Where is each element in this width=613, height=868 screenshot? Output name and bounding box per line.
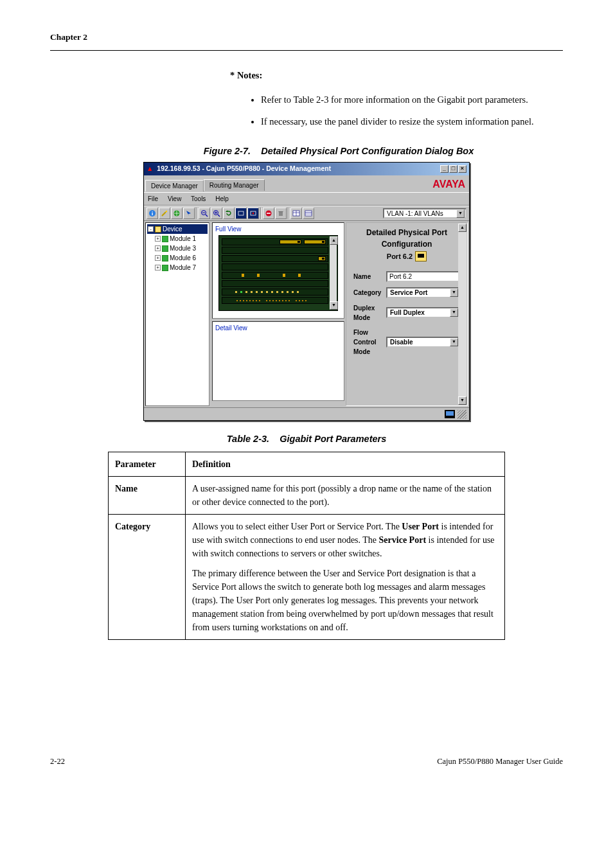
- module-icon: [162, 265, 168, 271]
- module-icon: [162, 236, 168, 242]
- close-button[interactable]: ×: [458, 165, 466, 173]
- window-title: ▲ 192.168.99.53 - Cajun P550/P880 - Devi…: [147, 164, 331, 174]
- menu-file[interactable]: File: [148, 195, 158, 202]
- toolbar-table2-icon[interactable]: [303, 208, 314, 219]
- minimize-button[interactable]: _: [440, 165, 449, 173]
- vlan-selector[interactable]: VLAN -1: All VLANs ▼: [383, 208, 466, 218]
- toolbar-zoom-in-icon[interactable]: [211, 208, 222, 219]
- status-monitor-icon: [445, 410, 455, 418]
- table-row: Category Allows you to select either Use…: [109, 514, 505, 639]
- figure-number: Figure 2-7.: [204, 146, 251, 156]
- toolbar-zoom-out-icon[interactable]: [199, 208, 210, 219]
- flow-select[interactable]: Disable▼: [386, 337, 460, 348]
- scroll-down-icon[interactable]: ▼: [458, 396, 466, 405]
- svg-rect-11: [238, 211, 244, 215]
- port-config-panel: ▲ ▼ Detailed Physical Port Configuration…: [346, 222, 468, 406]
- category-select[interactable]: Service Port▼: [386, 287, 460, 298]
- device-tree[interactable]: -Device +Module 1 +Module 3 +Module 6 +M…: [145, 222, 209, 406]
- expand-icon[interactable]: +: [155, 255, 161, 261]
- panel-scrollbar[interactable]: ▲ ▼: [458, 224, 466, 405]
- resize-grip[interactable]: [458, 410, 466, 419]
- table-header-row: Parameter Definition: [109, 452, 505, 476]
- scroll-down-icon[interactable]: ▼: [330, 301, 338, 310]
- panel-title: Detailed Physical Port Configuration: [351, 227, 462, 250]
- col-definition: Definition: [186, 452, 505, 476]
- device-icon: [155, 226, 161, 233]
- toolbar-arrow-icon[interactable]: [183, 208, 195, 219]
- figure-title: Detailed Physical Port Configuration Dia…: [261, 146, 474, 156]
- svg-rect-17: [279, 211, 283, 212]
- table-caption: Table 2-3. Gigabit Port Parameters: [50, 432, 563, 447]
- module-icon: [162, 245, 168, 252]
- detail-view-panel[interactable]: Detail View: [212, 321, 344, 401]
- chevron-down-icon: ▼: [450, 338, 458, 346]
- expand-icon[interactable]: +: [155, 245, 161, 251]
- toolbar-wand-icon[interactable]: [159, 208, 170, 219]
- footer-title: Cajun P550/P880 Manager User Guide: [437, 756, 563, 768]
- toolbar-minus-circle-icon[interactable]: [263, 208, 274, 219]
- divider: [50, 50, 563, 51]
- tree-module-7[interactable]: +Module 7: [147, 263, 208, 272]
- col-parameter: Parameter: [109, 452, 186, 476]
- svg-line-5: [206, 215, 208, 217]
- tab-device-manager[interactable]: Device Manager: [145, 180, 204, 191]
- param-name: Name: [109, 476, 186, 514]
- name-field[interactable]: Port 6.2: [386, 271, 460, 282]
- port-icon: [415, 251, 427, 261]
- full-view-panel[interactable]: Full View: [212, 222, 344, 319]
- window-titlebar[interactable]: ▲ 192.168.99.53 - Cajun P550/P880 - Devi…: [144, 163, 469, 175]
- chassis-scrollbar[interactable]: ▲ ▼: [330, 236, 337, 310]
- tree-module-6[interactable]: +Module 6: [147, 253, 208, 263]
- duplex-select[interactable]: Full Duplex▼: [386, 307, 460, 318]
- tree-root[interactable]: -Device: [147, 224, 208, 234]
- def-category: Allows you to select either User Port or…: [186, 514, 505, 639]
- mode-tabbar: Device Manager Routing Manager: [145, 178, 265, 191]
- expand-icon[interactable]: +: [155, 265, 161, 270]
- parameter-table: Parameter Definition Name A user-assigne…: [108, 452, 505, 640]
- full-view-label: Full View: [215, 224, 342, 234]
- tree-module-3[interactable]: +Module 3: [147, 244, 208, 253]
- toolbar-info-icon[interactable]: i: [147, 208, 158, 219]
- svg-rect-16: [279, 212, 283, 216]
- field-label-duplex: Duplex Mode: [351, 301, 384, 325]
- toolbar-table-icon[interactable]: [290, 208, 302, 219]
- toolbar: i VLAN -1: All VLANs ▼: [144, 206, 469, 221]
- field-label-flow: Flow Control Mode: [351, 325, 384, 359]
- table-row: Name A user-assigned name for this port …: [109, 476, 505, 514]
- toolbar-dark-icon[interactable]: [235, 208, 247, 219]
- scroll-up-icon[interactable]: ▲: [330, 236, 338, 245]
- figure-caption: Figure 2-7. Detailed Physical Port Confi…: [114, 145, 563, 159]
- notes-list: Refer to Table 2-3 for more information …: [261, 93, 550, 129]
- chevron-down-icon: ▼: [456, 209, 465, 218]
- menu-help[interactable]: Help: [215, 195, 229, 202]
- detail-view-label: Detail View: [215, 323, 342, 333]
- tree-module-1[interactable]: +Module 1: [147, 234, 208, 244]
- toolbar-refresh-icon[interactable]: [223, 208, 235, 219]
- brand-logo: AVAYA: [432, 177, 465, 192]
- page-footer: 2-22 Cajun P550/P880 Manager User Guide: [50, 756, 563, 768]
- toolbar-dark-dot-icon[interactable]: [247, 208, 259, 219]
- field-label-name: Name: [351, 269, 384, 285]
- param-category: Category: [109, 514, 186, 639]
- note-item: If necessary, use the panel divider to r…: [261, 115, 550, 129]
- port-label-line: Port 6.2: [351, 251, 462, 262]
- svg-point-2: [166, 211, 167, 212]
- field-label-category: Category: [351, 285, 384, 301]
- maximize-button[interactable]: □: [449, 165, 458, 173]
- menu-tools[interactable]: Tools: [191, 195, 206, 202]
- toolbar-trash-icon[interactable]: [275, 208, 287, 219]
- chassis-graphic[interactable]: ▲ ▼: [218, 235, 338, 311]
- table-title: Gigabit Port Parameters: [280, 434, 386, 444]
- def-name: A user-assigned name for this port (poss…: [186, 476, 505, 514]
- expand-icon[interactable]: +: [155, 236, 161, 242]
- tab-routing-manager[interactable]: Routing Manager: [204, 179, 265, 191]
- toolbar-globe-icon[interactable]: [171, 208, 182, 219]
- menu-view[interactable]: View: [168, 195, 182, 202]
- collapse-icon[interactable]: -: [148, 226, 154, 232]
- page-number: 2-22: [50, 756, 65, 768]
- note-item: Refer to Table 2-3 for more information …: [261, 93, 550, 107]
- status-bar: [144, 407, 469, 420]
- chevron-down-icon: ▼: [450, 288, 458, 297]
- scroll-up-icon[interactable]: ▲: [458, 224, 466, 232]
- svg-rect-21: [305, 211, 312, 216]
